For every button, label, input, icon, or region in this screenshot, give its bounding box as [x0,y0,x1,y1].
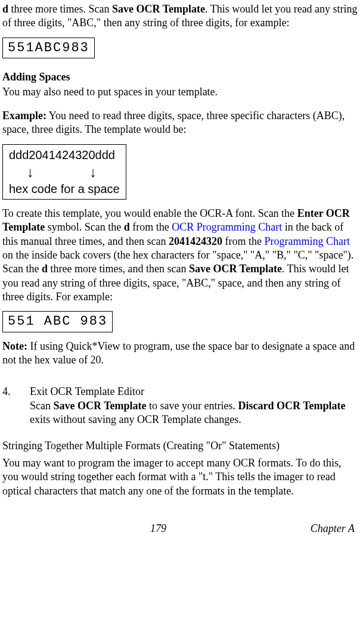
p3l: d [42,263,48,275]
p3h: 2041424320 [169,235,222,247]
step-4-text: Scan Save OCR Template to save your entr… [30,399,358,427]
ocr-sample-2-text: 551 ABC 983 [8,314,107,329]
ocr-sample-1: 551ABC983 [2,38,95,58]
p3n: Save OCR Template [189,263,282,275]
s4e: exits without saving any OCR Template ch… [30,413,241,425]
programming-chart-link[interactable]: Programming Chart [264,235,349,247]
ocr-sample-1-text: 551ABC983 [8,41,89,55]
p3c: symbol. Scan the [45,221,124,233]
step-4: 4. Exit OCR Template Editor Scan Save OC… [2,385,358,427]
s4a: Scan [30,400,54,412]
hex-line1: ddd2041424320ddd [9,147,120,163]
page-number: 179 [150,522,166,536]
step-4-number: 4. [2,385,30,427]
note-text: If using Quick*View to program, use the … [2,340,355,366]
example-text: You need to read three digits, space, th… [2,110,345,135]
note-paragraph: Note: If using Quick*View to program, us… [2,340,358,368]
chapter-label: Chapter A [311,522,355,536]
p3e: from the [130,221,172,233]
step-4-body: Exit OCR Template Editor Scan Save OCR T… [30,385,358,427]
intro-paragraph: d three more times. Scan Save OCR Templa… [2,2,358,30]
example-label: Example: [2,110,46,122]
p3a: To create this template, you would enabl… [2,207,297,219]
ocr-programming-chart-link[interactable]: OCR Programming Chart [172,221,282,233]
ocr-sample-2: 551 ABC 983 [2,311,113,332]
s4b: Save OCR Template [54,400,147,412]
create-template-paragraph: To create this template, you would enabl… [2,207,358,304]
heading-adding-spaces: Adding Spaces [2,70,358,84]
s4d: Discard OCR Template [238,400,345,412]
note-label: Note: [2,340,27,352]
stringing-text: You may want to program the imager to ac… [2,456,358,498]
step-4-title: Exit OCR Template Editor [30,385,358,399]
hex-line3: hex code for a space [9,181,120,197]
p3d: d [124,221,130,233]
p3m: three more times, and then scan [48,263,189,275]
adding-spaces-text: You may also need to put spaces in your … [2,85,358,99]
example-paragraph: Example: You need to read three digits, … [2,109,358,137]
hex-arrows: ↓ ↓ [9,163,120,181]
p3i: from the [222,235,264,247]
heading-stringing: Stringing Together Multiple Formats (Cre… [2,439,358,453]
page-footer: 179 Chapter A [2,522,358,536]
intro-d: d [2,3,8,15]
intro-save: Save OCR Template [112,3,205,15]
hex-diagram: ddd2041424320ddd ↓ ↓ hex code for a spac… [2,144,126,200]
intro-t1: three more times. Scan [8,3,112,15]
s4c: to save your entries. [147,400,238,412]
